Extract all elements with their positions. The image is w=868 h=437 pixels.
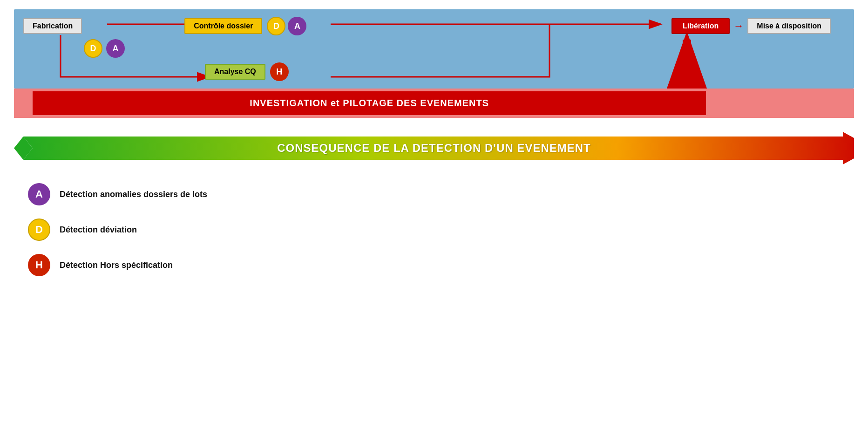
top-row: Fabrication Contrôle dossier D A Libérat… (23, 17, 845, 35)
controle-dossier-box: Contrôle dossier (184, 18, 262, 34)
consequence-label: CONSEQUENCE DE LA DETECTION D'UN EVENEME… (277, 142, 591, 154)
main-container: Fabrication Contrôle dossier D A Libérat… (0, 0, 868, 300)
fabrication-box: Fabrication (23, 18, 82, 34)
legend-circle-a: A (28, 183, 50, 205)
fab-d-label: D (90, 44, 96, 54)
legend-area: A Détection anomalies dossiers de lots D… (28, 183, 840, 276)
fabrication-circles-row: D A (84, 39, 845, 58)
liberation-box: Libération (671, 18, 730, 34)
legend-item-h: H Détection Hors spécification (28, 254, 840, 276)
fab-a-label: A (113, 44, 119, 54)
investigation-band: INVESTIGATION et PILOTAGE DES EVENEMENTS (14, 89, 854, 118)
analyse-h-label: H (276, 67, 282, 77)
controle-d-label: D (273, 21, 279, 31)
legend-a-icon: A (35, 188, 43, 200)
controle-circle-d: D (267, 17, 285, 35)
mise-disposition-box: Mise à disposition (747, 18, 831, 34)
analyse-cq-box: Analyse CQ (205, 64, 265, 80)
consequence-text: CONSEQUENCE DE LA DETECTION D'UN EVENEME… (277, 142, 591, 155)
controle-a-label: A (294, 21, 300, 31)
legend-circle-d: D (28, 218, 50, 241)
legend-item-a: A Détection anomalies dossiers de lots (28, 183, 840, 205)
controle-circle-a: A (288, 17, 306, 35)
legend-item-d: D Détection déviation (28, 218, 840, 241)
arrow-liberation-mise: → (733, 20, 744, 32)
fabrication-label: Fabrication (33, 22, 73, 30)
investigation-label: INVESTIGATION et PILOTAGE DES EVENEMENTS (250, 98, 489, 108)
legend-h-text: Détection Hors spécification (60, 260, 173, 270)
analyse-circle-h: H (270, 62, 289, 81)
legend-a-text: Détection anomalies dossiers de lots (60, 190, 207, 199)
legend-h-icon: H (35, 259, 43, 271)
analyse-cq-label: Analyse CQ (214, 68, 256, 75)
investigation-box: INVESTIGATION et PILOTAGE DES EVENEMENTS (33, 91, 706, 115)
fabrication-circle-d: D (84, 39, 102, 58)
consequence-area: CONSEQUENCE DE LA DETECTION D'UN EVENEME… (14, 127, 854, 169)
controle-dossier-label: Contrôle dossier (194, 22, 253, 30)
mise-disposition-label: Mise à disposition (757, 22, 821, 30)
liberation-label: Libération (683, 22, 719, 30)
process-area: Fabrication Contrôle dossier D A Libérat… (14, 9, 854, 89)
fabrication-circle-a: A (106, 39, 125, 58)
analyse-cq-row: Analyse CQ H (205, 62, 845, 89)
legend-circle-h: H (28, 254, 50, 276)
legend-d-icon: D (35, 224, 43, 236)
legend-d-text: Détection déviation (60, 225, 137, 235)
